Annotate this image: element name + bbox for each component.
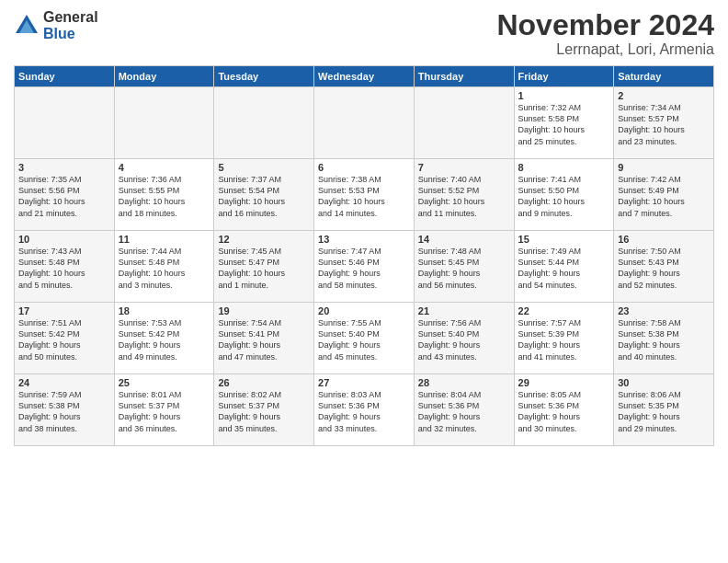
- day-info: Sunrise: 8:03 AM Sunset: 5:36 PM Dayligh…: [318, 389, 410, 434]
- day-number: 30: [618, 377, 710, 388]
- day-info: Sunrise: 7:49 AM Sunset: 5:44 PM Dayligh…: [518, 246, 610, 291]
- day-number: 22: [518, 305, 610, 316]
- day-cell: 5Sunrise: 7:37 AM Sunset: 5:54 PM Daylig…: [214, 159, 314, 231]
- day-cell: [314, 87, 415, 159]
- day-info: Sunrise: 7:32 AM Sunset: 5:58 PM Dayligh…: [518, 102, 610, 147]
- th-wednesday: Wednesday: [314, 66, 415, 87]
- logo-text: General Blue: [43, 9, 98, 41]
- day-number: 24: [18, 377, 110, 388]
- week-row-4: 17Sunrise: 7:51 AM Sunset: 5:42 PM Dayli…: [15, 303, 714, 374]
- day-number: 5: [218, 162, 310, 173]
- day-number: 21: [418, 305, 510, 316]
- day-cell: 29Sunrise: 8:05 AM Sunset: 5:36 PM Dayli…: [514, 374, 614, 446]
- day-info: Sunrise: 7:56 AM Sunset: 5:40 PM Dayligh…: [418, 317, 510, 362]
- th-thursday: Thursday: [414, 66, 514, 87]
- day-info: Sunrise: 8:01 AM Sunset: 5:37 PM Dayligh…: [119, 389, 210, 434]
- day-info: Sunrise: 7:54 AM Sunset: 5:41 PM Dayligh…: [218, 317, 310, 362]
- day-info: Sunrise: 7:55 AM Sunset: 5:40 PM Dayligh…: [318, 317, 410, 362]
- day-cell: 11Sunrise: 7:44 AM Sunset: 5:48 PM Dayli…: [114, 231, 214, 303]
- th-monday: Monday: [114, 66, 214, 87]
- day-cell: 30Sunrise: 8:06 AM Sunset: 5:35 PM Dayli…: [614, 374, 714, 446]
- day-info: Sunrise: 7:59 AM Sunset: 5:38 PM Dayligh…: [18, 389, 110, 434]
- day-number: 17: [18, 305, 110, 316]
- day-info: Sunrise: 7:34 AM Sunset: 5:57 PM Dayligh…: [618, 102, 710, 147]
- day-info: Sunrise: 7:36 AM Sunset: 5:55 PM Dayligh…: [119, 174, 210, 219]
- day-number: 3: [18, 162, 110, 173]
- day-cell: 15Sunrise: 7:49 AM Sunset: 5:44 PM Dayli…: [514, 231, 614, 303]
- day-number: 23: [618, 305, 710, 316]
- day-info: Sunrise: 7:48 AM Sunset: 5:45 PM Dayligh…: [418, 246, 510, 291]
- day-info: Sunrise: 7:57 AM Sunset: 5:39 PM Dayligh…: [518, 317, 610, 362]
- header-row: Sunday Monday Tuesday Wednesday Thursday…: [15, 66, 714, 87]
- th-friday: Friday: [514, 66, 614, 87]
- day-cell: 21Sunrise: 7:56 AM Sunset: 5:40 PM Dayli…: [414, 303, 514, 374]
- day-cell: 13Sunrise: 7:47 AM Sunset: 5:46 PM Dayli…: [314, 231, 415, 303]
- day-cell: 12Sunrise: 7:45 AM Sunset: 5:47 PM Dayli…: [214, 231, 314, 303]
- day-cell: 20Sunrise: 7:55 AM Sunset: 5:40 PM Dayli…: [314, 303, 415, 374]
- month-title: November 2024: [496, 9, 714, 41]
- title-section: November 2024 Lerrnapat, Lori, Armenia: [496, 9, 714, 58]
- day-number: 8: [518, 162, 610, 173]
- day-cell: 25Sunrise: 8:01 AM Sunset: 5:37 PM Dayli…: [114, 374, 214, 446]
- logo: General Blue: [14, 9, 98, 41]
- day-cell: 19Sunrise: 7:54 AM Sunset: 5:41 PM Dayli…: [214, 303, 314, 374]
- day-number: 25: [119, 377, 210, 388]
- day-number: 6: [318, 162, 410, 173]
- header: General Blue November 2024 Lerrnapat, Lo…: [14, 9, 714, 58]
- day-info: Sunrise: 8:06 AM Sunset: 5:35 PM Dayligh…: [618, 389, 710, 434]
- day-number: 1: [518, 90, 610, 101]
- day-info: Sunrise: 7:41 AM Sunset: 5:50 PM Dayligh…: [518, 174, 610, 219]
- day-cell: 14Sunrise: 7:48 AM Sunset: 5:45 PM Dayli…: [414, 231, 514, 303]
- day-number: 11: [119, 234, 210, 245]
- day-number: 19: [218, 305, 310, 316]
- day-number: 13: [318, 234, 410, 245]
- day-number: 28: [418, 377, 510, 388]
- logo-general-text: General: [43, 9, 98, 26]
- day-info: Sunrise: 7:44 AM Sunset: 5:48 PM Dayligh…: [119, 246, 210, 291]
- day-cell: 28Sunrise: 8:04 AM Sunset: 5:36 PM Dayli…: [414, 374, 514, 446]
- day-info: Sunrise: 8:04 AM Sunset: 5:36 PM Dayligh…: [418, 389, 510, 434]
- day-number: 27: [318, 377, 410, 388]
- day-number: 20: [318, 305, 410, 316]
- location: Lerrnapat, Lori, Armenia: [496, 41, 714, 58]
- day-number: 29: [518, 377, 610, 388]
- day-cell: 27Sunrise: 8:03 AM Sunset: 5:36 PM Dayli…: [314, 374, 415, 446]
- day-number: 15: [518, 234, 610, 245]
- day-info: Sunrise: 7:58 AM Sunset: 5:38 PM Dayligh…: [618, 317, 710, 362]
- page: General Blue November 2024 Lerrnapat, Lo…: [0, 0, 728, 563]
- day-cell: 17Sunrise: 7:51 AM Sunset: 5:42 PM Dayli…: [15, 303, 115, 374]
- day-info: Sunrise: 7:40 AM Sunset: 5:52 PM Dayligh…: [418, 174, 510, 219]
- day-info: Sunrise: 7:35 AM Sunset: 5:56 PM Dayligh…: [18, 174, 110, 219]
- logo-icon: [14, 13, 40, 39]
- day-cell: 3Sunrise: 7:35 AM Sunset: 5:56 PM Daylig…: [15, 159, 115, 231]
- day-number: 10: [18, 234, 110, 245]
- day-cell: 7Sunrise: 7:40 AM Sunset: 5:52 PM Daylig…: [414, 159, 514, 231]
- day-cell: 8Sunrise: 7:41 AM Sunset: 5:50 PM Daylig…: [514, 159, 614, 231]
- day-cell: [15, 87, 115, 159]
- day-cell: 18Sunrise: 7:53 AM Sunset: 5:42 PM Dayli…: [114, 303, 214, 374]
- th-sunday: Sunday: [15, 66, 115, 87]
- th-saturday: Saturday: [614, 66, 714, 87]
- day-info: Sunrise: 8:02 AM Sunset: 5:37 PM Dayligh…: [218, 389, 310, 434]
- day-cell: 16Sunrise: 7:50 AM Sunset: 5:43 PM Dayli…: [614, 231, 714, 303]
- day-cell: 1Sunrise: 7:32 AM Sunset: 5:58 PM Daylig…: [514, 87, 614, 159]
- day-cell: [114, 87, 214, 159]
- day-info: Sunrise: 7:47 AM Sunset: 5:46 PM Dayligh…: [318, 246, 410, 291]
- day-info: Sunrise: 7:37 AM Sunset: 5:54 PM Dayligh…: [218, 174, 310, 219]
- day-info: Sunrise: 7:38 AM Sunset: 5:53 PM Dayligh…: [318, 174, 410, 219]
- day-number: 2: [618, 90, 710, 101]
- week-row-3: 10Sunrise: 7:43 AM Sunset: 5:48 PM Dayli…: [15, 231, 714, 303]
- day-number: 14: [418, 234, 510, 245]
- day-cell: [214, 87, 314, 159]
- day-cell: 10Sunrise: 7:43 AM Sunset: 5:48 PM Dayli…: [15, 231, 115, 303]
- week-row-2: 3Sunrise: 7:35 AM Sunset: 5:56 PM Daylig…: [15, 159, 714, 231]
- day-cell: 9Sunrise: 7:42 AM Sunset: 5:49 PM Daylig…: [614, 159, 714, 231]
- day-number: 7: [418, 162, 510, 173]
- day-info: Sunrise: 7:45 AM Sunset: 5:47 PM Dayligh…: [218, 246, 310, 291]
- day-number: 4: [119, 162, 210, 173]
- day-number: 18: [119, 305, 210, 316]
- day-info: Sunrise: 7:53 AM Sunset: 5:42 PM Dayligh…: [119, 317, 210, 362]
- th-tuesday: Tuesday: [214, 66, 314, 87]
- calendar-table: Sunday Monday Tuesday Wednesday Thursday…: [14, 65, 714, 446]
- day-info: Sunrise: 7:43 AM Sunset: 5:48 PM Dayligh…: [18, 246, 110, 291]
